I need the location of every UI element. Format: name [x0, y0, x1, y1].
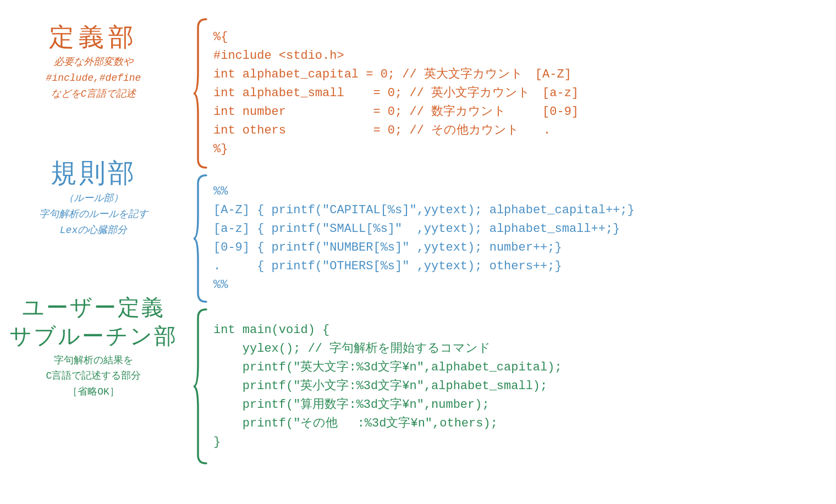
code-section-1: %{ #include <stdio.h> int alphabet_capit…	[193, 16, 825, 170]
code-line: [0-9] { printf("NUMBER[%s]" ,yytext); nu…	[213, 239, 635, 257]
code-line: printf("英大文字:%3d文字¥n",alphabet_capital);	[213, 358, 562, 377]
code-block-2: %% [A-Z] { printf("CAPITAL[%s]",yytext);…	[213, 173, 635, 304]
code-line: int main(void) {	[213, 321, 562, 340]
code-section-2: %% [A-Z] { printf("CAPITAL[%s]",yytext);…	[193, 173, 825, 304]
kisoku-subtitle: （ルール部） 字句解析のルールを記す Lexの心臓部分	[39, 191, 148, 238]
left-panel: 定義部 必要な外部変数や #include,#define などをC言語で記述 …	[0, 11, 187, 493]
code-line: . { printf("OTHERS[%s]" ,yytext); others…	[213, 257, 635, 276]
code-line: printf("その他 :%3d文字¥n",others);	[213, 414, 562, 433]
code-line: %%	[213, 276, 635, 295]
code-block-1: %{ #include <stdio.h> int alphabet_capit…	[213, 16, 579, 170]
code-line: %%	[213, 182, 635, 201]
code-line: int alphabet_capital = 0; // 英大文字カウント [A…	[213, 65, 579, 84]
teigi-title: 定義部	[46, 22, 141, 52]
code-line: #include <stdio.h>	[213, 47, 579, 65]
code-line: %}	[213, 140, 579, 159]
code-line: int alphabet_small = 0; // 英小文字カウント [a-z…	[213, 84, 579, 103]
teigi-section: 定義部 必要な外部変数や #include,#define などをC言語で記述	[46, 22, 141, 102]
code-line: [a-z] { printf("SMALL[%s]" ,yytext); alp…	[213, 220, 635, 239]
user-title: ユーザー定義 サブルーチン部	[9, 293, 178, 351]
bracket-1	[193, 16, 209, 170]
user-section: ユーザー定義 サブルーチン部 字句解析の結果を C言語で記述する部分 ［省略OK…	[9, 293, 178, 400]
teigi-desc: 必要な外部変数や #include,#define などをC言語で記述	[46, 54, 141, 102]
kisoku-title: 規則部	[39, 157, 148, 189]
code-line: int number = 0; // 数字カウント [0-9]	[213, 103, 579, 121]
user-desc: 字句解析の結果を C言語で記述する部分 ［省略OK］	[9, 353, 178, 400]
code-section-3: int main(void) { yylex(); // 字句解析を開始するコマ…	[193, 307, 825, 466]
code-line: printf("英小文字:%3d文字¥n",alphabet_small);	[213, 377, 562, 396]
code-line: [A-Z] { printf("CAPITAL[%s]",yytext); al…	[213, 201, 635, 220]
code-line: %{	[213, 28, 579, 47]
code-line: }	[213, 433, 562, 452]
right-panel: %{ #include <stdio.h> int alphabet_capit…	[187, 11, 836, 493]
code-line: yylex(); // 字句解析を開始するコマンド	[213, 340, 562, 358]
code-line: int others = 0; // その他カウント .	[213, 121, 579, 140]
code-line: printf("算用数字:%3d文字¥n",number);	[213, 396, 562, 414]
code-block-3: int main(void) { yylex(); // 字句解析を開始するコマ…	[213, 307, 562, 466]
bracket-3	[193, 307, 209, 466]
bracket-2	[193, 173, 209, 304]
kisoku-section: 規則部 （ルール部） 字句解析のルールを記す Lexの心臓部分	[39, 157, 148, 239]
